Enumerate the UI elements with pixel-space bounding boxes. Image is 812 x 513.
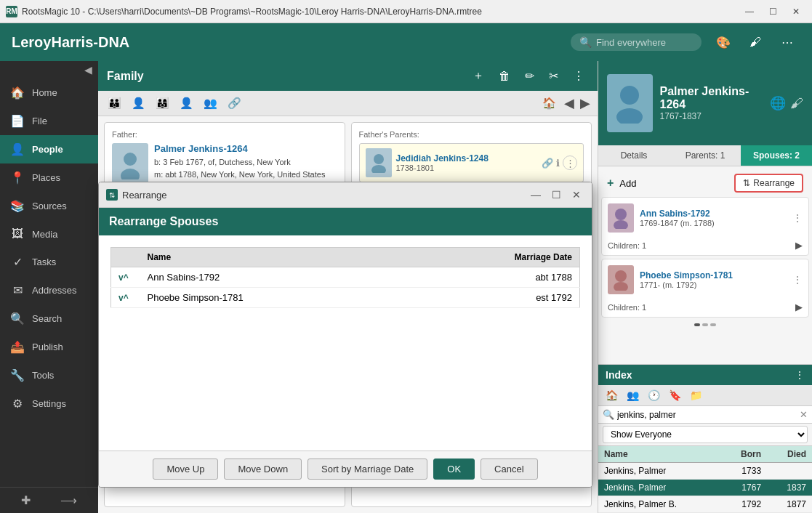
index-search-input[interactable]	[617, 410, 800, 420]
header-search-box[interactable]: 🔍	[571, 33, 702, 51]
rearrange-modal: ⇅ Rearrange — ☐ ✕ Rearrange Spouses Name…	[98, 182, 592, 488]
table-row[interactable]: Jenkins, Palmer 1767 1837	[598, 480, 812, 496]
sidebar-item-publish[interactable]: 📤 Publish	[0, 333, 98, 361]
index-menu-button[interactable]: ⋮	[795, 369, 805, 381]
sidebar-bottom-btn-1[interactable]: ✚	[21, 493, 31, 507]
edit-person-button[interactable]: ✏	[520, 68, 539, 84]
sidebar-item-search[interactable]: 🔍 Search	[0, 304, 98, 333]
person-tabs: Details Parents: 1 Spouses: 2	[598, 145, 812, 166]
spouse1-menu-btn[interactable]: ⋮	[792, 212, 803, 224]
file-icon: 📄	[10, 114, 25, 128]
table-row[interactable]: Jenkins, Palmer 1733	[598, 463, 812, 480]
sidebar-item-tasks[interactable]: ✓ Tasks	[0, 248, 98, 276]
ok-button[interactable]: OK	[433, 459, 475, 480]
sidebar-item-tools[interactable]: 🔧 Tools	[0, 361, 98, 389]
sidebar: ◀ 🏠 Home 📄 File 👤 People 📍 Places 📚 Sour…	[0, 61, 98, 513]
row3-born: 1792	[720, 496, 767, 513]
places-icon: 📍	[10, 171, 25, 185]
father-name[interactable]: Palmer Jenkins-1264	[154, 143, 337, 154]
index-tb-2[interactable]: 👥	[624, 388, 642, 403]
index-filter-select[interactable]: Show Everyone Show Living Show Deceased	[603, 426, 808, 443]
parent-row-1[interactable]: Jedidiah Jenkins-1248 1738-1801 🔗 ℹ ⋮	[359, 143, 584, 182]
find-everywhere-input[interactable]	[596, 37, 691, 48]
modal-close-button[interactable]: ✕	[568, 187, 584, 203]
spouse1-expand-btn[interactable]: ▶	[795, 240, 803, 251]
more-person-button[interactable]: ⋮	[568, 68, 589, 84]
rearrange-button[interactable]: ⇅ Rearrange	[734, 174, 803, 193]
index-tb-1[interactable]: 🏠	[603, 388, 621, 403]
index-tb-3[interactable]: 🕐	[645, 388, 663, 403]
delete-person-button[interactable]: 🗑	[494, 68, 515, 84]
index-filter: Show Everyone Show Living Show Deceased	[598, 424, 812, 446]
spouse-card-2: Phoebe Simpson-1781 1771- (m. 1792) ⋮ Ch…	[601, 259, 809, 318]
tab-details[interactable]: Details	[598, 145, 670, 166]
brush-button[interactable]: 🖌	[742, 29, 768, 55]
sidebar-item-addresses[interactable]: ✉ Addresses	[0, 276, 98, 304]
index-clear-button[interactable]: ✕	[800, 409, 808, 420]
index-tb-5[interactable]: 📁	[687, 388, 705, 403]
toolbar-btn-5[interactable]: 👥	[200, 94, 221, 112]
spouse2-expand-btn[interactable]: ▶	[795, 302, 803, 312]
index-tb-4[interactable]: 🔖	[666, 388, 684, 403]
toolbar-btn-2[interactable]: 👤	[128, 94, 149, 112]
modal-maximize-button[interactable]: ☐	[548, 187, 564, 203]
parent1-link-btn[interactable]: 🔗	[542, 155, 553, 170]
parent1-avatar	[366, 148, 392, 177]
add-spouse-button[interactable]: +	[607, 177, 614, 190]
more-options-button[interactable]: ⋯	[774, 29, 800, 55]
person-globe-btn[interactable]: 🌐	[770, 95, 786, 111]
index-table-header: Name Born Died	[598, 446, 812, 463]
person-avatar-large	[607, 74, 653, 132]
index-section: Index ⋮ 🏠 👥 🕐 🔖 📁 🔍 ✕	[598, 364, 812, 513]
svg-point-9	[614, 220, 628, 229]
modal-col-date: Marriage Date	[406, 248, 580, 267]
add-person-button[interactable]: ＋	[468, 67, 489, 85]
sidebar-item-file[interactable]: 📄 File	[0, 107, 98, 135]
sidebar-item-label: Sources	[32, 201, 67, 211]
palette-button[interactable]: 🎨	[710, 29, 736, 55]
sidebar-item-label: Publish	[32, 342, 63, 352]
sidebar-collapse-button[interactable]: ◀	[84, 64, 92, 76]
sidebar-bottom-btn-2[interactable]: ⟶	[60, 493, 77, 507]
cancel-button[interactable]: Cancel	[481, 459, 537, 480]
parent1-more-btn[interactable]: ⋮	[563, 155, 577, 170]
spouse1-name[interactable]: Ann Sabins-1792	[640, 209, 787, 219]
tools-icon: 🔧	[10, 368, 25, 382]
toolbar-btn-6[interactable]: 🔗	[224, 94, 245, 112]
sidebar-item-sources[interactable]: 📚 Sources	[0, 192, 98, 220]
spouse2-menu-btn[interactable]: ⋮	[792, 274, 803, 286]
toolbar-btn-4[interactable]: 👤	[176, 94, 197, 112]
sidebar-item-media[interactable]: 🖼 Media	[0, 220, 98, 248]
family-panel-header: Family ＋ 🗑 ✏ ✂ ⋮	[98, 61, 598, 91]
spouse2-years: 1771- (m. 1792)	[640, 280, 787, 289]
sidebar-item-label: File	[32, 116, 47, 126]
spouse2-name[interactable]: Phoebe Simpson-1781	[640, 270, 787, 280]
toolbar-btn-3[interactable]: 👨‍👩‍👧	[152, 94, 173, 112]
toolbar-btn-1[interactable]: 👪	[104, 94, 125, 112]
sidebar-item-home[interactable]: 🏠 Home	[0, 78, 98, 107]
spouses-section: + Add ⇅ Rearrange	[598, 166, 812, 364]
spouse1-years: 1769-1847 (m. 1788)	[640, 219, 787, 227]
move-down-button[interactable]: Move Down	[224, 459, 302, 480]
modal-table-row[interactable]: v^ Phoebe Simpson-1781 est 1792	[111, 288, 580, 308]
minimize-button[interactable]: —	[739, 4, 760, 19]
tab-parents[interactable]: Parents: 1	[670, 145, 741, 166]
sidebar-item-settings[interactable]: ⚙ Settings	[0, 389, 98, 418]
tools-person-button[interactable]: ✂	[544, 68, 563, 84]
rearrange-icon: ⇅	[743, 178, 750, 188]
tab-spouses[interactable]: Spouses: 2	[741, 145, 812, 166]
person-brush-btn[interactable]: 🖌	[790, 95, 803, 111]
close-button[interactable]: ✕	[786, 4, 806, 19]
parent1-info-btn[interactable]: ℹ	[556, 155, 560, 170]
modal-minimize-button[interactable]: —	[528, 187, 544, 203]
toolbar-home-btn[interactable]: 🏠	[539, 94, 560, 113]
toolbar-forward-btn[interactable]: ▶	[579, 94, 592, 113]
sidebar-item-places[interactable]: 📍 Places	[0, 163, 98, 192]
move-up-button[interactable]: Move Up	[153, 459, 218, 480]
table-row[interactable]: Jenkins, Palmer B. 1792 1877	[598, 496, 812, 513]
toolbar-back-btn[interactable]: ◀	[563, 94, 576, 113]
modal-table-row[interactable]: v^ Ann Sabins-1792 abt 1788	[111, 267, 580, 288]
sidebar-item-people[interactable]: 👤 People	[0, 135, 98, 163]
maximize-button[interactable]: ☐	[763, 4, 783, 19]
sort-by-marriage-button[interactable]: Sort by Marriage Date	[307, 459, 427, 480]
